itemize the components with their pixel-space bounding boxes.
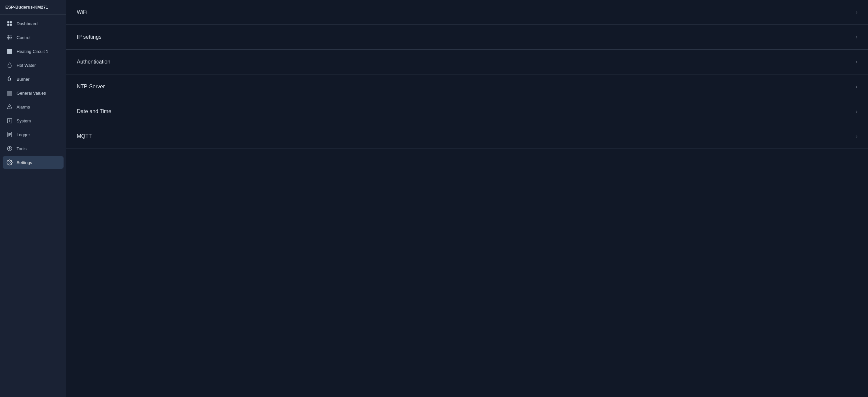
- svg-point-24: [9, 120, 10, 120]
- settings-item-ntp[interactable]: NTP-Server ›: [66, 74, 868, 99]
- svg-text:LOG: LOG: [8, 136, 9, 138]
- dashboard-icon: [7, 21, 12, 27]
- settings-item-authentication[interactable]: Authentication ›: [66, 49, 868, 74]
- info-icon: [7, 118, 12, 124]
- svg-rect-1: [10, 21, 12, 23]
- upload-icon: [7, 145, 12, 152]
- sidebar-item-alarms[interactable]: Alarms: [3, 101, 64, 113]
- sidebar-item-system[interactable]: System: [3, 114, 64, 127]
- sidebar-item-logger[interactable]: LOG Logger: [3, 128, 64, 141]
- settings-item-label: Date and Time: [77, 108, 111, 114]
- sidebar-item-label: Dashboard: [17, 21, 38, 26]
- main-content: WiFi › IP settings › Authentication › NT…: [66, 0, 868, 397]
- settings-item-label: WiFi: [77, 9, 87, 15]
- svg-point-7: [8, 35, 9, 36]
- general-list-icon: [7, 90, 12, 96]
- sidebar-item-general-values[interactable]: General Values: [3, 87, 64, 99]
- sidebar: ESP-Buderus-KM271 Dashboard: [0, 0, 66, 397]
- sidebar-item-hot-water[interactable]: Hot Water: [3, 59, 64, 71]
- sidebar-item-heating-circuit[interactable]: Heating Circuit 1: [3, 45, 64, 58]
- sidebar-item-label: Alarms: [17, 104, 30, 109]
- settings-item-label: NTP-Server: [77, 84, 104, 90]
- svg-rect-2: [7, 24, 9, 26]
- settings-item-ip[interactable]: IP settings ›: [66, 25, 868, 49]
- settings-list: WiFi › IP settings › Authentication › NT…: [66, 0, 868, 149]
- sidebar-item-settings[interactable]: Settings: [3, 156, 64, 169]
- app-title: ESP-Buderus-KM271: [0, 0, 66, 14]
- sidebar-item-label: System: [17, 119, 31, 123]
- sidebar-item-label: Hot Water: [17, 63, 36, 68]
- flame-icon: [7, 76, 12, 82]
- log-icon: LOG: [7, 132, 12, 138]
- control-icon: [7, 34, 12, 40]
- settings-item-label: MQTT: [77, 133, 92, 139]
- sidebar-item-label: General Values: [17, 91, 46, 96]
- sidebar-nav: Dashboard Control: [0, 14, 66, 171]
- sidebar-item-label: Settings: [17, 160, 32, 165]
- chevron-right-icon: ›: [856, 108, 858, 114]
- settings-item-wifi[interactable]: WiFi ›: [66, 0, 868, 25]
- chevron-right-icon: ›: [856, 59, 858, 65]
- sidebar-item-label: Logger: [17, 132, 30, 137]
- chevron-right-icon: ›: [856, 84, 858, 90]
- svg-point-32: [9, 162, 10, 163]
- sidebar-item-label: Control: [17, 35, 30, 40]
- chevron-right-icon: ›: [856, 34, 858, 40]
- sidebar-item-tools[interactable]: Tools: [3, 142, 64, 155]
- svg-point-9: [8, 38, 9, 39]
- sidebar-item-control[interactable]: Control: [3, 31, 64, 44]
- settings-item-label: IP settings: [77, 34, 101, 40]
- sidebar-item-label: Tools: [17, 146, 27, 151]
- settings-item-label: Authentication: [77, 59, 110, 65]
- chevron-right-icon: ›: [856, 9, 858, 15]
- svg-point-21: [9, 108, 10, 108]
- chevron-right-icon: ›: [856, 133, 858, 139]
- sidebar-item-label: Burner: [17, 77, 29, 82]
- svg-rect-3: [10, 24, 12, 26]
- gear-icon: [7, 160, 12, 165]
- alert-icon: [7, 104, 12, 110]
- svg-rect-0: [7, 21, 9, 23]
- water-drop-icon: [7, 62, 12, 68]
- settings-item-datetime[interactable]: Date and Time ›: [66, 99, 868, 124]
- list-icon: [7, 48, 12, 54]
- settings-item-mqtt[interactable]: MQTT ›: [66, 124, 868, 149]
- sidebar-item-dashboard[interactable]: Dashboard: [3, 17, 64, 30]
- sidebar-item-label: Heating Circuit 1: [17, 49, 48, 54]
- sidebar-item-burner[interactable]: Burner: [3, 73, 64, 85]
- svg-point-8: [10, 37, 11, 38]
